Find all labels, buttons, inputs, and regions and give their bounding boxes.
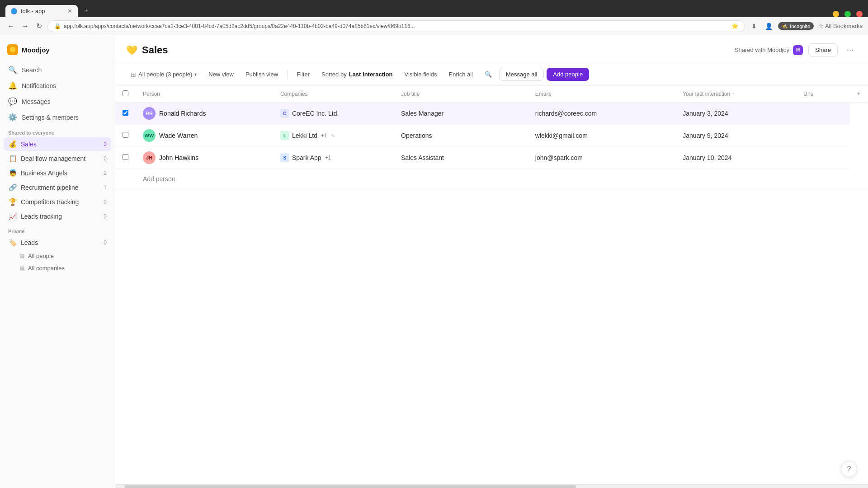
row-more-wade[interactable]: ··· [255, 131, 266, 141]
sidebar-item-search[interactable]: 🔍 Search [4, 62, 111, 77]
sales-count: 3 [104, 141, 107, 147]
browser-chrome: 🌐 folk - app ✕ + — □ ✕ [0, 0, 868, 17]
sidebar-item-recruitment[interactable]: 🔗 Recruitment pipeline 1 [4, 181, 111, 194]
sidebar-item-business-angels[interactable]: 👼 Business Angels 2 [4, 166, 111, 180]
competitors-label: Competitors tracking [21, 198, 100, 206]
select-all-checkbox[interactable] [123, 90, 128, 96]
table-row[interactable]: RR Ronald Richards ··· C CoreEC Inc. Ltd… [115, 103, 868, 125]
sidebar-item-sales[interactable]: 💰 Sales 3 [4, 137, 111, 151]
interaction-cell-john: January 10, 2024 [675, 147, 796, 169]
sort-arrow-icon: ↑ [732, 92, 734, 97]
sidebar-item-settings[interactable]: ⚙️ Settings & members [4, 110, 111, 125]
row-checkbox-ronald[interactable] [123, 110, 128, 116]
competitors-count: 0 [104, 199, 107, 205]
company-name-john: Spark App [292, 154, 321, 161]
th-person[interactable]: Person [136, 86, 273, 103]
new-view-button[interactable]: New view [204, 68, 238, 80]
help-button[interactable]: ? [841, 461, 857, 477]
person-cell-john: JH John Hawkins ··· [136, 147, 273, 169]
table-row[interactable]: JH John Hawkins ··· S Spark App [115, 147, 868, 169]
forward-button[interactable]: → [20, 20, 31, 32]
browser-toolbar-icons: ⬇ 👤 🕵️ Incognito ☆ All Bookmarks [749, 21, 863, 32]
enrich-all-button[interactable]: Enrich all [444, 68, 477, 80]
page-title-icon: 💛 [126, 45, 137, 56]
add-person-row[interactable]: Add person [115, 169, 868, 189]
sidebar-item-all-companies[interactable]: ▦ All companies [4, 263, 111, 274]
company-cell-john: S Spark App +1 [273, 147, 394, 169]
refresh-button[interactable]: ↻ [34, 20, 44, 32]
company-name-wade: Lekki Ltd [292, 132, 317, 139]
messages-nav-icon: 💬 [8, 97, 17, 106]
sorted-by-prefix: Sorted by [321, 71, 347, 78]
search-button[interactable]: 🔍 [480, 68, 496, 80]
table-row[interactable]: WW Wade Warren ··· L Lekki Ltd [115, 125, 868, 147]
deal-flow-count: 0 [104, 155, 107, 162]
download-icon[interactable]: ⬇ [749, 21, 760, 32]
email-cell-wade: wlekki@gmail.com [528, 125, 675, 147]
th-add-column[interactable]: + [850, 86, 868, 103]
sidebar: 🟡 Moodjoy 🔍 Search 🔔 Notifications 💬 Mes… [0, 35, 115, 488]
shared-nav: 💰 Sales 3 📋 Deal flow management 0 👼 Bus… [0, 137, 115, 223]
company-count-john: +1 [325, 155, 331, 161]
people-grid-icon: ⊞ [131, 71, 136, 78]
share-button[interactable]: Share [808, 43, 838, 56]
sidebar-item-all-people[interactable]: ▦ All people [4, 250, 111, 262]
message-all-button[interactable]: Message all [499, 68, 544, 81]
urls-cell-wade [796, 125, 850, 147]
visible-fields-button[interactable]: Visible fields [400, 68, 441, 80]
company-logo-spark: S [280, 153, 289, 162]
publish-view-button[interactable]: Publish view [241, 68, 283, 80]
th-last-interaction[interactable]: Your last interaction ↑ [675, 86, 796, 103]
th-last-interaction-label: Your last interaction [683, 91, 730, 97]
th-checkbox [115, 86, 136, 103]
close-button[interactable]: ✕ [856, 11, 863, 17]
sidebar-item-notifications[interactable]: 🔔 Notifications [4, 78, 111, 93]
urls-cell-john [796, 147, 850, 169]
tab-title: folk - app [21, 8, 45, 14]
company-cell-ronald: C CoreEC Inc. Ltd. [273, 103, 394, 125]
minimize-button[interactable]: — [833, 11, 839, 17]
person-name-ronald: Ronald Richards [159, 110, 206, 117]
notifications-nav-icon: 🔔 [8, 81, 17, 90]
row-checkbox-cell [115, 103, 136, 125]
th-job-title[interactable]: Job title [394, 86, 528, 103]
new-tab-button[interactable]: + [80, 4, 93, 17]
more-button[interactable]: ··· [843, 43, 857, 56]
tab-close-button[interactable]: ✕ [67, 8, 72, 14]
interaction-cell-wade: January 9, 2024 [675, 125, 796, 147]
profile-icon[interactable]: 👤 [762, 21, 775, 32]
sidebar-item-leads[interactable]: 🏷️ Leads 0 [4, 236, 111, 249]
th-emails[interactable]: Emails [528, 86, 675, 103]
row-checkbox-john[interactable] [123, 154, 128, 160]
sidebar-item-competitors[interactable]: 🏆 Competitors tracking 0 [4, 195, 111, 209]
filter-button[interactable]: Filter [292, 68, 314, 80]
address-bar[interactable]: 🔒 app.folk.app/apps/contacts/network/cca… [47, 20, 745, 32]
all-people-dropdown[interactable]: ⊞ All people (3 people) ▾ [126, 68, 201, 81]
contacts-table-container: Person Companies Job title [115, 86, 868, 484]
jobtitle-cell-ronald: Sales Manager [394, 103, 528, 125]
active-tab[interactable]: 🌐 folk - app ✕ [5, 5, 78, 17]
row-checkbox-wade[interactable] [123, 132, 128, 138]
app-container: 🟡 Moodjoy 🔍 Search 🔔 Notifications 💬 Mes… [0, 35, 868, 488]
sidebar-item-messages[interactable]: 💬 Messages [4, 94, 111, 109]
row-more-ronald[interactable]: ··· [255, 108, 266, 118]
sort-button[interactable]: Sorted by Last interaction [317, 68, 397, 80]
recruitment-icon: 🔗 [8, 183, 17, 192]
shared-section-header: Shared to everyone [0, 125, 115, 137]
sidebar-item-deal-flow[interactable]: 📋 Deal flow management 0 [4, 152, 111, 165]
back-button[interactable]: ← [5, 20, 16, 32]
private-nav: 🏷️ Leads 0 ▦ All people ▦ All companies [0, 236, 115, 274]
add-person-button[interactable]: Add person [143, 174, 175, 184]
horizontal-scrollbar[interactable] [115, 484, 868, 488]
maximize-button[interactable]: □ [844, 11, 851, 17]
th-urls[interactable]: Urls [796, 86, 850, 103]
th-companies-label: Companies [280, 91, 308, 97]
row-more-john[interactable]: ··· [255, 153, 266, 163]
header-actions: Shared with Moodjoy M Share ··· [735, 43, 857, 56]
th-companies[interactable]: Companies [273, 86, 394, 103]
th-urls-label: Urls [803, 91, 813, 97]
leads-icon: 🏷️ [8, 239, 17, 247]
add-people-button[interactable]: Add people [547, 68, 589, 81]
incognito-label: Incognito [790, 23, 810, 29]
sidebar-item-leads-tracking[interactable]: 📈 Leads tracking 0 [4, 210, 111, 223]
